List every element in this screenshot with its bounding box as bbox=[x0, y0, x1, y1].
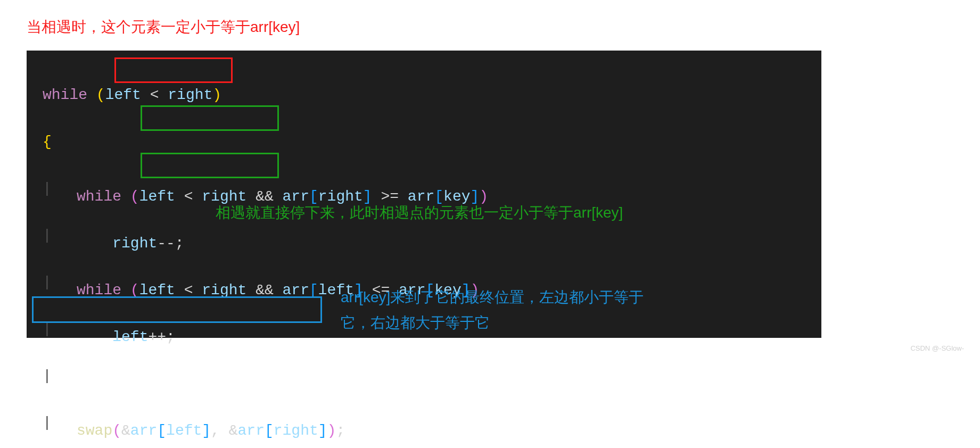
bracket-open: [ bbox=[309, 282, 318, 298]
comma: , bbox=[211, 422, 229, 439]
var-right: right bbox=[112, 235, 157, 252]
op-and: && bbox=[256, 282, 274, 298]
op-lt: < bbox=[184, 282, 193, 298]
paren-open: ( bbox=[112, 422, 121, 439]
op-amp: & bbox=[229, 422, 238, 439]
fn-swap: swap bbox=[77, 422, 112, 439]
annotation-green: 相遇就直接停下来，此时相遇点的元素也一定小于等于arr[key] bbox=[216, 202, 623, 224]
var-right: right bbox=[274, 422, 318, 439]
semicolon: ; bbox=[336, 422, 345, 439]
annotation-blue: arr[key]来到了它的最终位置，左边都小于等于 它，右边都大于等于它 bbox=[341, 285, 777, 335]
var-left: left bbox=[105, 87, 141, 103]
op-lt: < bbox=[184, 188, 193, 205]
kw-while: while bbox=[43, 87, 87, 103]
bracket-close: ] bbox=[318, 422, 327, 439]
watermark: CSDN @-SGlow- bbox=[910, 344, 964, 352]
paren-open: ( bbox=[130, 188, 139, 205]
paren-close: ) bbox=[212, 87, 221, 103]
op-inc: ++; bbox=[148, 329, 175, 345]
var-left: left bbox=[139, 282, 175, 298]
var-left: left bbox=[166, 422, 202, 439]
annotation-blue-l1: arr[key]来到了它的最终位置，左边都小于等于 bbox=[341, 285, 777, 310]
var-left: left bbox=[139, 188, 175, 205]
op-dec: --; bbox=[157, 235, 184, 252]
var-arr: arr bbox=[130, 422, 157, 439]
var-left: left bbox=[112, 329, 148, 345]
annotation-blue-l2: 它，右边都大于等于它 bbox=[341, 310, 777, 336]
paren-open: ( bbox=[96, 87, 105, 103]
var-arr: arr bbox=[283, 282, 309, 298]
var-right: right bbox=[202, 282, 246, 298]
op-amp: & bbox=[121, 422, 130, 439]
var-right: right bbox=[168, 87, 212, 103]
brace-open: { bbox=[43, 134, 52, 150]
op-lt: < bbox=[150, 87, 159, 103]
bracket-open: [ bbox=[157, 422, 166, 439]
kw-while: while bbox=[77, 188, 121, 205]
bracket-open: [ bbox=[265, 422, 274, 439]
paren-close: ) bbox=[327, 422, 336, 439]
bracket-close: ] bbox=[202, 422, 211, 439]
var-arr: arr bbox=[238, 422, 265, 439]
annotation-top: 当相遇时，这个元素一定小于等于arr[key] bbox=[27, 16, 300, 38]
paren-open: ( bbox=[130, 282, 139, 298]
kw-while: while bbox=[77, 282, 121, 298]
